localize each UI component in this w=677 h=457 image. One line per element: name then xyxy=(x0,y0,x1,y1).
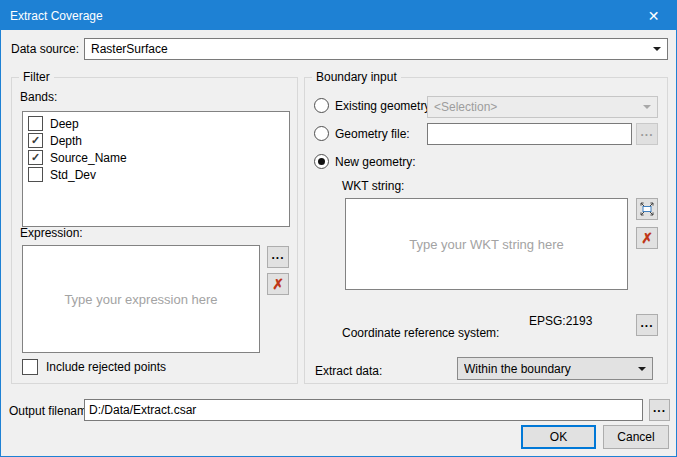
red-x-icon: ✗ xyxy=(641,231,653,245)
existing-geometry-value: <Selection> xyxy=(434,100,639,114)
boundary-group-title: Boundary input xyxy=(312,70,401,84)
band-checkbox[interactable] xyxy=(28,167,43,182)
geometry-file-browse-button: ... xyxy=(636,123,658,145)
close-icon[interactable]: ✕ xyxy=(631,1,676,30)
band-item-depth[interactable]: Depth xyxy=(23,132,289,149)
extract-data-label: Extract data: xyxy=(315,364,382,378)
output-browse-button[interactable]: ... xyxy=(649,399,670,421)
wkt-expand-button[interactable] xyxy=(636,198,658,220)
crs-browse-button[interactable]: ... xyxy=(636,314,658,336)
wkt-clear-button[interactable]: ✗ xyxy=(636,227,658,249)
chevron-down-icon xyxy=(653,47,661,51)
wkt-string-label: WKT string: xyxy=(342,179,404,193)
output-filename-input[interactable] xyxy=(84,399,643,421)
band-label: Std_Dev xyxy=(50,168,96,182)
band-checkbox[interactable] xyxy=(28,116,43,131)
ellipsis-icon: ... xyxy=(640,319,653,327)
band-item-deep[interactable]: Deep xyxy=(23,115,289,132)
window-title: Extract Coverage xyxy=(10,9,103,23)
title-bar[interactable]: Extract Coverage xyxy=(1,1,676,30)
geometry-file-label: Geometry file: xyxy=(335,127,410,141)
band-label: Depth xyxy=(50,134,82,148)
include-rejected-row[interactable]: Include rejected points xyxy=(22,359,166,375)
band-checkbox[interactable] xyxy=(28,150,43,165)
existing-geometry-label: Existing geometry: xyxy=(335,99,434,113)
expression-browse-button[interactable]: ... xyxy=(267,246,289,268)
expression-clear-button[interactable]: ✗ xyxy=(267,273,289,295)
ok-button[interactable]: OK xyxy=(521,425,596,449)
geometry-file-input[interactable] xyxy=(427,123,632,145)
data-source-value: RasterSurface xyxy=(91,42,649,56)
band-checkbox[interactable] xyxy=(28,133,43,148)
existing-geometry-combobox: <Selection> xyxy=(427,96,658,118)
expression-input[interactable]: Type your expression here xyxy=(22,245,260,353)
red-x-icon: ✗ xyxy=(272,277,284,291)
include-rejected-label: Include rejected points xyxy=(46,360,166,374)
band-label: Deep xyxy=(50,117,79,131)
existing-geometry-radio[interactable] xyxy=(314,98,329,113)
expression-label: Expression: xyxy=(20,226,83,240)
band-item-std_dev[interactable]: Std_Dev xyxy=(23,166,289,183)
cancel-button[interactable]: Cancel xyxy=(603,425,669,449)
bands-listbox[interactable]: DeepDepthSource_NameStd_Dev xyxy=(22,111,290,227)
boundary-input-group: Boundary input Existing geometry: <Selec… xyxy=(304,77,668,384)
extract-data-value: Within the boundary xyxy=(464,362,634,376)
filter-group: Filter Bands: DeepDepthSource_NameStd_De… xyxy=(11,77,298,384)
wkt-string-input[interactable]: Type your WKT string here xyxy=(345,198,628,290)
ellipsis-icon: ... xyxy=(640,128,653,136)
geometry-file-radio[interactable] xyxy=(314,126,329,141)
wkt-placeholder: Type your WKT string here xyxy=(409,237,563,252)
cancel-button-label: Cancel xyxy=(617,430,654,444)
ellipsis-icon: ... xyxy=(653,404,666,412)
expand-icon xyxy=(640,202,654,216)
bands-label: Bands: xyxy=(20,90,57,104)
data-source-label: Data source: xyxy=(11,42,79,56)
new-geometry-radio[interactable] xyxy=(314,154,329,169)
data-source-combobox[interactable]: RasterSurface xyxy=(84,38,668,60)
crs-value: EPSG:2193 xyxy=(529,314,592,328)
filter-group-title: Filter xyxy=(19,70,54,84)
extract-coverage-dialog: Extract Coverage ✕ Data source: RasterSu… xyxy=(0,0,677,457)
band-label: Source_Name xyxy=(50,151,127,165)
extract-data-dropdown[interactable]: Within the boundary xyxy=(457,357,653,380)
include-rejected-checkbox[interactable] xyxy=(22,359,38,375)
new-geometry-label: New geometry: xyxy=(335,155,416,169)
ellipsis-icon: ... xyxy=(271,251,284,259)
band-item-source_name[interactable]: Source_Name xyxy=(23,149,289,166)
ok-button-label: OK xyxy=(550,430,567,444)
crs-label: Coordinate reference system: xyxy=(342,326,499,340)
chevron-down-icon xyxy=(638,367,646,371)
chevron-down-icon xyxy=(643,105,651,109)
expression-placeholder: Type your expression here xyxy=(64,292,217,307)
